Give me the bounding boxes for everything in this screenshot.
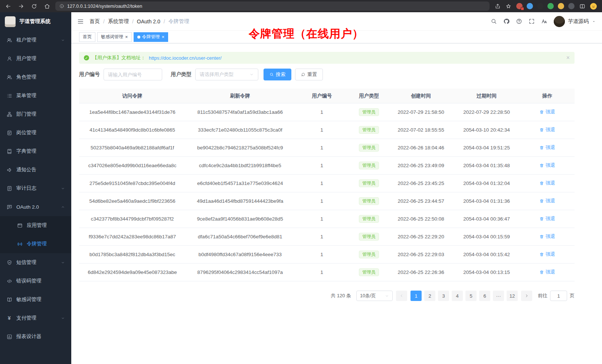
tab-close-icon[interactable]: × (125, 34, 128, 39)
sidebar-item-pay[interactable]: ¥支付管理 (0, 309, 71, 327)
extension-icon[interactable] (568, 3, 575, 9)
bookmark-star-icon[interactable] (506, 3, 511, 9)
breadcrumb-item[interactable]: 首页 (89, 18, 100, 25)
refresh-token-cell: 811c530487574fa0af1a59d3abc1aa66 (186, 109, 295, 115)
sidebar-item-report-designer[interactable]: 报表设计器 (0, 327, 71, 346)
page-button-4[interactable]: 4 (452, 291, 463, 301)
share-icon[interactable] (495, 3, 501, 9)
page-content: ✓ 【用户体系】文档地址： https://doc.iocoder.cn/use… (71, 43, 602, 364)
sidebar-item-role[interactable]: 角色管理 (0, 68, 71, 86)
trash-icon (539, 216, 544, 221)
doc-link[interactable]: https://doc.iocoder.cn/user-center/ (149, 55, 222, 61)
force-logout-button[interactable]: 强退 (539, 144, 555, 151)
browser-forward-icon[interactable] (18, 3, 24, 9)
action-cell: 强退 (520, 269, 575, 276)
browser-reload-icon[interactable] (31, 3, 37, 9)
filter-bar: 用户编号 用户类型 请选择用户类型 搜索 重置 (79, 69, 575, 80)
profile-avatar-icon[interactable] (590, 3, 597, 10)
browser-back-icon[interactable] (5, 3, 11, 9)
extension-icon[interactable] (547, 3, 554, 9)
sidebar-item-menu[interactable]: 菜单管理 (0, 86, 71, 105)
sidebar-item-oauth2[interactable]: OAuth 2.0 (0, 198, 71, 216)
sidebar-item-post[interactable]: 岗位管理 (0, 123, 71, 142)
page-size-select[interactable]: 10条/页 (356, 291, 393, 301)
goto-page-input[interactable] (550, 291, 567, 301)
next-page-button[interactable] (521, 291, 532, 301)
force-logout-button[interactable]: 强退 (539, 109, 555, 115)
force-logout-button[interactable]: 强退 (539, 251, 555, 258)
page-button-12[interactable]: 12 (507, 291, 518, 301)
extension-icon[interactable] (558, 3, 564, 9)
breadcrumb-item[interactable]: OAuth 2.0 (137, 19, 160, 24)
force-logout-button[interactable]: 强退 (539, 162, 555, 169)
address-bar[interactable]: 127.0.0.1:1024/system/oauth2/token (55, 1, 490, 11)
user-id-cell: 1 (295, 127, 349, 133)
search-icon[interactable] (491, 18, 497, 24)
sidebar-item-label: 应用管理 (27, 222, 65, 229)
alert-close-icon[interactable]: × (566, 54, 570, 61)
force-logout-button[interactable]: 强退 (539, 180, 555, 186)
breadcrumb-item[interactable]: 系统管理 (108, 18, 129, 25)
help-icon[interactable] (516, 18, 522, 24)
user-id-cell: 1 (295, 234, 349, 239)
page-button-5[interactable]: 5 (465, 291, 477, 301)
expire-time-cell: 2022-07-29 22:28:50 (453, 109, 520, 115)
force-logout-button[interactable]: 强退 (539, 198, 555, 204)
access-token-cell: c347026e805e4d99b0d116eae66eda8c (79, 163, 186, 168)
tab-close-icon[interactable]: × (162, 34, 165, 39)
browser-home-icon[interactable] (44, 3, 50, 9)
force-logout-button[interactable]: 强退 (539, 233, 555, 240)
sidebar-item-notice[interactable]: 通知公告 (0, 161, 71, 179)
extension-icon[interactable] (527, 3, 533, 9)
tags-view: 首页敏感词管理×令牌管理× (71, 31, 602, 43)
search-button[interactable]: 搜索 (264, 69, 291, 80)
page-button-2[interactable]: 2 (424, 291, 435, 301)
sidebar-item-label: 报表设计器 (16, 333, 65, 340)
sidebar: 芋道管理系统 租户管理用户管理角色管理菜单管理部门管理岗位管理字典管理通知公告审… (0, 12, 71, 364)
fullscreen-icon[interactable] (529, 18, 535, 24)
user-type-select[interactable]: 请选择用户类型 (195, 69, 258, 80)
force-logout-button[interactable]: 强退 (539, 215, 555, 222)
trash-icon (539, 128, 544, 132)
sidebar-item-oauth2-token[interactable]: 令牌管理 (0, 235, 71, 253)
extension-icon[interactable] (537, 3, 543, 9)
sidebar-item-user[interactable]: 用户管理 (0, 49, 71, 68)
page-size-value: 10条/页 (360, 293, 376, 299)
user-id-input[interactable] (104, 69, 162, 80)
table-row: 6d842e2924594de9a09e45e087323abe8796295f… (79, 264, 575, 281)
tab-split-icon[interactable] (579, 3, 585, 9)
refresh-icon (301, 72, 305, 77)
tab-label: 令牌管理 (142, 34, 160, 40)
page-button-1[interactable]: 1 (410, 291, 422, 301)
sidebar-item-dict[interactable]: 字典管理 (0, 142, 71, 161)
user-type-label: 用户类型 (171, 71, 192, 78)
sidebar-item-error-code[interactable]: 错误码管理 (0, 272, 71, 290)
prev-page-button[interactable] (396, 291, 407, 301)
github-icon[interactable] (503, 18, 510, 24)
total-count: 共 120 条 (331, 292, 351, 299)
sidebar-item-tenant[interactable]: 租户管理 (0, 31, 71, 49)
trash-icon (539, 110, 544, 115)
active-tab-dot (137, 36, 140, 39)
force-logout-button[interactable]: 强退 (539, 269, 555, 275)
sidebar-item-sms[interactable]: 短信管理 (0, 253, 71, 272)
sidebar-item-oauth2-app[interactable]: 应用管理 (0, 216, 71, 235)
reset-button[interactable]: 重置 (295, 69, 323, 80)
tab-oauth2-token[interactable]: 令牌管理× (134, 32, 169, 42)
page-button-3[interactable]: 3 (438, 291, 449, 301)
chevron-down-icon (61, 186, 65, 191)
sidebar-item-sensitive-word[interactable]: 敏感词管理 (0, 290, 71, 309)
page-button-6[interactable]: 6 (479, 291, 490, 301)
pagination-more[interactable]: ··· (493, 291, 504, 301)
force-logout-button[interactable]: 强退 (539, 126, 555, 133)
user-menu[interactable]: 芋道源码 (554, 16, 596, 27)
tab-home[interactable]: 首页 (79, 32, 95, 42)
extension-icon[interactable] (516, 3, 523, 9)
sidebar-item-audit-log[interactable]: 审计日志 (0, 179, 71, 198)
sidebar-item-dept[interactable]: 部门管理 (0, 105, 71, 123)
font-size-icon[interactable] (541, 18, 547, 24)
column-header: 操作 (520, 93, 575, 99)
site-info-icon[interactable] (59, 4, 64, 9)
tab-sensitive-word[interactable]: 敏感词管理× (97, 32, 132, 42)
sidebar-toggle-icon[interactable] (77, 18, 84, 25)
